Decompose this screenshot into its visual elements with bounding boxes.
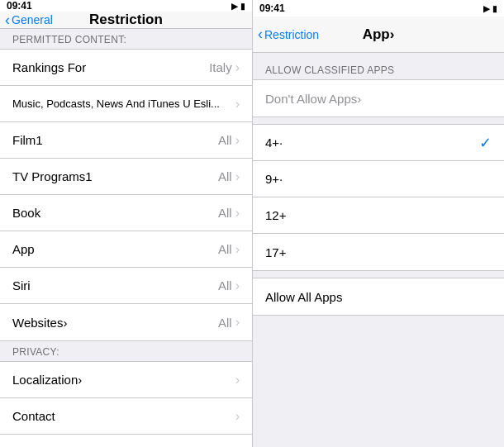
age-option-label: 9+· [265,172,492,186]
list-item[interactable]: Localization› › [0,362,252,398]
age-option-label: 12+ [265,208,492,222]
item-label: Contact [12,409,235,423]
age-option-9[interactable]: 9+· [253,161,504,197]
left-panel: 09:41 ▶ ▮ ‹ General Restriction PERMITTE… [0,0,252,447]
item-value: All [218,133,232,147]
chevron-icon: › [235,169,240,184]
chevron-icon: › [235,133,240,148]
left-back-label: General [12,13,53,26]
allow-all-group: Allow All Apps [253,278,504,316]
item-value: All [218,169,232,183]
left-nav-bar: ‹ General Restriction [0,12,252,29]
list-item[interactable]: Rankings For Italy › [0,50,252,86]
chevron-icon: › [235,373,240,388]
right-battery-icon: ▮ [492,4,497,13]
list-item[interactable]: Music, Podcasts, News And iTunes U Esli.… [0,86,252,122]
list-item[interactable]: Book All › [0,195,252,231]
age-option-label: 4+· [265,136,479,150]
chevron-icon: › [235,242,240,257]
permitted-content-list: Rankings For Italy › Music, Podcasts, Ne… [0,49,252,341]
item-label: App [12,242,218,256]
item-label: Book [12,206,218,220]
age-option-12[interactable]: 12+ [253,197,504,234]
age-options-list: 4+· ✓ 9+· 12+ 17+ [253,124,504,271]
dont-allow-label: Don't Allow Apps› [265,92,492,106]
list-item[interactable]: Calendar › [0,435,252,447]
right-back-chevron-icon: ‹ [258,26,263,41]
left-status-bar: 09:41 ▶ ▮ [0,0,252,12]
privacy-list: Localization› › Contact › Calendar › Rem… [0,361,252,447]
list-item[interactable]: Contact › [0,398,252,435]
right-panel: 09:41 ▶ ▮ ‹ Restriction App› ALLOW CLASS… [252,0,504,447]
left-status-icons: ▶ ▮ [231,2,245,11]
left-back-chevron-icon: ‹ [5,12,10,27]
left-time: 09:41 [7,0,32,12]
chevron-icon: › [235,278,240,293]
list-item[interactable]: App All › [0,231,252,268]
right-back-label: Restriction [264,28,319,41]
right-nav-bar: ‹ Restriction App› [253,17,504,53]
right-status-icons: ▶ ▮ [483,4,497,13]
item-label: Film1 [12,133,218,147]
item-label: Websites› [12,316,218,330]
left-nav-title: Restriction [89,12,163,28]
chevron-icon: › [235,60,240,75]
privacy-header: PRIVACY: [0,341,252,361]
checkmark-icon: ✓ [479,134,492,152]
item-value: All [218,206,232,220]
item-value: All [218,278,232,292]
age-option-label: 17+ [265,245,492,259]
list-item[interactable]: Websites› All › [0,304,252,340]
chevron-icon: › [235,206,240,221]
dont-allow-group: Don't Allow Apps› [253,79,504,117]
list-item[interactable]: Film1 All › [0,122,252,159]
right-status-bar: 09:41 ▶ ▮ [253,0,504,17]
item-label: Rankings For [12,60,209,74]
chevron-icon: › [235,409,240,424]
allow-all-label: Allow All Apps [265,290,492,304]
left-back-button[interactable]: ‹ General [5,13,53,27]
item-value: Italy [209,60,232,74]
permitted-content-header: PERMITTED CONTENT: [0,29,252,49]
chevron-icon: › [235,97,240,112]
age-option-4[interactable]: 4+· ✓ [253,125,504,161]
item-label: Localization› [12,373,235,387]
right-wifi-icon: ▶ [483,4,490,13]
wifi-icon: ▶ [231,2,238,11]
item-value: All [218,316,232,330]
right-nav-title: App› [363,26,395,43]
battery-icon: ▮ [240,2,245,11]
allow-classified-header: ALLOW CLASSIFIED APPS [253,59,504,79]
right-bg [253,316,504,447]
item-label: Siri [12,278,218,292]
age-option-17[interactable]: 17+ [253,234,504,270]
chevron-icon: › [235,315,240,330]
allow-all-item[interactable]: Allow All Apps [253,278,504,315]
dont-allow-item[interactable]: Don't Allow Apps› [253,80,504,117]
list-item[interactable]: TV Programs1 All › [0,159,252,195]
item-label: TV Programs1 [12,169,218,183]
item-value: All [218,242,232,256]
right-back-button[interactable]: ‹ Restriction [258,27,319,41]
list-item[interactable]: Siri All › [0,268,252,304]
item-label: Music, Podcasts, News And iTunes U Esli.… [12,97,235,110]
right-time: 09:41 [259,2,285,14]
